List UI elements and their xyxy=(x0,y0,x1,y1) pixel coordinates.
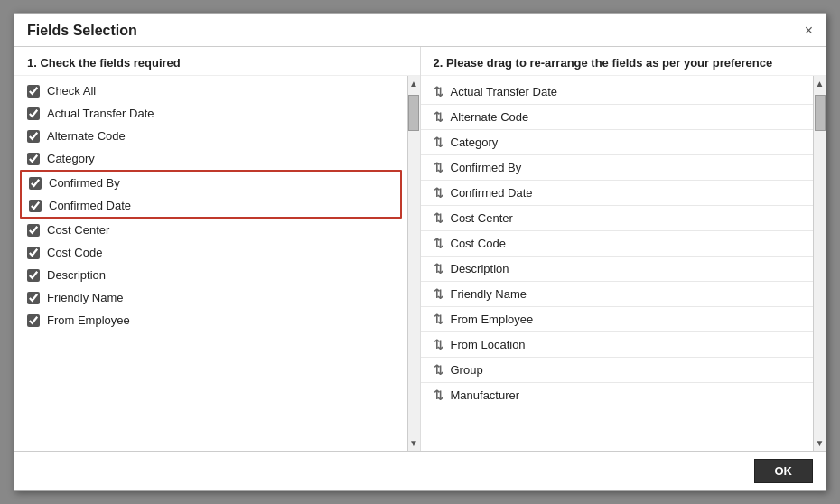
list-item[interactable]: Cost Center xyxy=(14,219,407,241)
drag-item-label: Alternate Code xyxy=(451,110,529,124)
dialog-title: Fields Selection xyxy=(27,23,137,39)
right-scrollbar[interactable]: ▲ ▼ xyxy=(813,76,826,451)
left-scroll-up-arrow[interactable]: ▲ xyxy=(409,76,418,91)
checkbox[interactable] xyxy=(27,247,40,259)
right-scroll-up-arrow[interactable]: ▲ xyxy=(816,76,825,91)
left-scroll-thumb[interactable] xyxy=(408,95,419,131)
dialog-body: 1. Check the fields required Check AllAc… xyxy=(14,47,826,451)
dialog-title-bar: Fields Selection × xyxy=(14,14,826,47)
drag-item-label: From Location xyxy=(451,338,526,351)
checkbox-label: Cost Center xyxy=(47,223,109,237)
checkbox[interactable] xyxy=(27,107,40,120)
list-item[interactable]: Alternate Code xyxy=(14,125,407,147)
checkbox[interactable] xyxy=(27,314,40,327)
left-panel-header: 1. Check the fields required xyxy=(14,47,420,76)
left-scroll-thumb-area xyxy=(408,91,419,435)
left-panel-scroll-area: Check AllActual Transfer DateAlternate C… xyxy=(14,76,420,451)
list-item[interactable]: Description xyxy=(14,264,407,286)
highlighted-group: Confirmed ByConfirmed Date xyxy=(20,170,402,219)
list-item[interactable]: Friendly Name xyxy=(14,286,407,309)
drag-list-item[interactable]: ⇅Category xyxy=(421,130,814,155)
drag-list-item[interactable]: ⇅Cost Code xyxy=(421,231,814,257)
drag-handle-icon: ⇅ xyxy=(434,135,443,149)
drag-item-label: Confirmed By xyxy=(451,161,522,174)
drag-item-label: From Employee xyxy=(451,313,534,326)
right-panel: 2. Please drag to re-arrange the fields … xyxy=(421,47,826,451)
drag-list-item[interactable]: ⇅Actual Transfer Date xyxy=(421,79,814,105)
drag-item-label: Cost Code xyxy=(451,237,506,250)
checkbox-label: Friendly Name xyxy=(47,291,124,304)
list-item[interactable]: Actual Transfer Date xyxy=(14,102,407,125)
drag-item-label: Group xyxy=(451,363,483,377)
right-scroll-down-arrow[interactable]: ▼ xyxy=(816,435,825,451)
drag-item-label: Confirmed Date xyxy=(451,186,533,200)
drag-item-label: Manufacturer xyxy=(451,388,520,402)
right-scroll-thumb[interactable] xyxy=(815,95,826,131)
checkbox[interactable] xyxy=(27,85,40,98)
checkbox[interactable] xyxy=(29,177,42,190)
drag-list-item[interactable]: ⇅Group xyxy=(421,358,814,383)
drag-item-label: Cost Center xyxy=(451,211,513,225)
drag-handle-icon: ⇅ xyxy=(434,85,443,98)
checkbox-label: Check All xyxy=(47,84,96,98)
checkbox[interactable] xyxy=(27,269,40,282)
list-item[interactable]: Check All xyxy=(14,79,407,102)
dialog-footer: OK xyxy=(14,451,826,490)
checkbox-label: Confirmed Date xyxy=(49,199,131,212)
drag-list-item[interactable]: ⇅Description xyxy=(421,257,814,282)
left-panel-list: Check AllActual Transfer DateAlternate C… xyxy=(14,76,407,451)
drag-list-item[interactable]: ⇅Confirmed By xyxy=(421,155,814,181)
drag-handle-icon: ⇅ xyxy=(434,338,443,351)
drag-handle-icon: ⇅ xyxy=(434,363,443,377)
drag-handle-icon: ⇅ xyxy=(434,262,443,275)
list-item[interactable]: Category xyxy=(14,147,407,170)
drag-handle-icon: ⇅ xyxy=(434,287,443,301)
drag-handle-icon: ⇅ xyxy=(434,237,443,250)
checkbox-label: Alternate Code xyxy=(47,129,126,143)
drag-handle-icon: ⇅ xyxy=(434,110,443,124)
drag-handle-icon: ⇅ xyxy=(434,388,443,402)
drag-item-label: Description xyxy=(451,262,509,275)
list-item[interactable]: Cost Code xyxy=(14,241,407,264)
right-scroll-thumb-area xyxy=(815,91,826,435)
right-panel-list: ⇅Actual Transfer Date⇅Alternate Code⇅Cat… xyxy=(421,76,814,451)
checkbox[interactable] xyxy=(27,292,40,304)
list-item[interactable]: Confirmed By xyxy=(22,172,400,194)
drag-handle-icon: ⇅ xyxy=(434,313,443,326)
drag-list-item[interactable]: ⇅Alternate Code xyxy=(421,105,814,130)
checkbox-label: Description xyxy=(47,268,106,282)
list-item[interactable]: From Employee xyxy=(14,309,407,331)
close-button[interactable]: × xyxy=(805,23,813,38)
drag-item-label: Friendly Name xyxy=(451,287,527,301)
drag-list-item[interactable]: ⇅From Employee xyxy=(421,307,814,332)
checkbox-label: Cost Code xyxy=(47,246,102,259)
drag-list-item[interactable]: ⇅From Location xyxy=(421,332,814,358)
drag-item-label: Actual Transfer Date xyxy=(451,85,558,98)
checkbox[interactable] xyxy=(27,224,40,237)
checkbox[interactable] xyxy=(27,153,40,165)
drag-handle-icon: ⇅ xyxy=(434,186,443,200)
drag-item-label: Category xyxy=(451,135,499,149)
drag-handle-icon: ⇅ xyxy=(434,161,443,174)
checkbox-label: Confirmed By xyxy=(49,176,120,190)
checkbox[interactable] xyxy=(27,130,40,143)
left-scrollbar[interactable]: ▲ ▼ xyxy=(407,76,420,451)
checkbox[interactable] xyxy=(29,200,42,212)
drag-list-item[interactable]: ⇅Cost Center xyxy=(421,206,814,231)
right-panel-header: 2. Please drag to re-arrange the fields … xyxy=(421,47,826,76)
drag-list-item[interactable]: ⇅Confirmed Date xyxy=(421,181,814,206)
left-scroll-down-arrow[interactable]: ▼ xyxy=(409,435,418,451)
checkbox-label: Category xyxy=(47,152,95,165)
drag-list-item[interactable]: ⇅Friendly Name xyxy=(421,282,814,307)
fields-selection-dialog: Fields Selection × 1. Check the fields r… xyxy=(14,13,826,491)
list-item[interactable]: Confirmed Date xyxy=(22,194,400,217)
left-panel: 1. Check the fields required Check AllAc… xyxy=(14,47,421,451)
checkbox-label: Actual Transfer Date xyxy=(47,107,154,120)
checkbox-label: From Employee xyxy=(47,313,130,327)
drag-list-item[interactable]: ⇅Manufacturer xyxy=(421,383,814,407)
drag-handle-icon: ⇅ xyxy=(434,211,443,225)
ok-button[interactable]: OK xyxy=(754,459,814,483)
right-panel-scroll-area: ⇅Actual Transfer Date⇅Alternate Code⇅Cat… xyxy=(421,76,826,451)
